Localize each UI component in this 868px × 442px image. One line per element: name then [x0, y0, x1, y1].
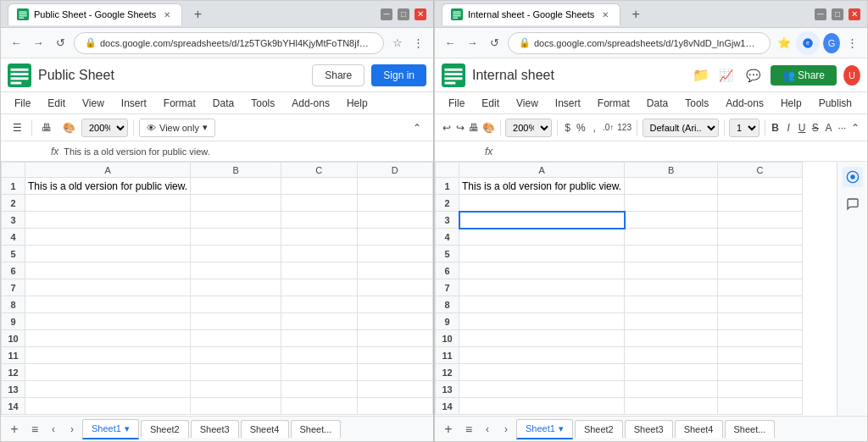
left-menu-addons[interactable]: Add-ons — [285, 96, 337, 111]
right-cell-A2[interactable] — [459, 195, 625, 212]
left-signin-btn[interactable]: Sign in — [371, 64, 426, 86]
right-chart-icon[interactable]: 📈 — [716, 65, 737, 86]
right-new-tab-btn[interactable]: + — [626, 4, 646, 25]
right-cell-B7[interactable] — [625, 279, 718, 296]
left-cell-C4[interactable] — [281, 229, 357, 246]
right-cell-A10[interactable] — [459, 330, 625, 347]
right-cell-C14[interactable] — [718, 398, 803, 415]
left-cell-A3[interactable] — [25, 212, 191, 229]
right-menu-help[interactable]: Help — [774, 96, 809, 111]
right-toolbar-comma[interactable]: , — [589, 119, 599, 137]
left-cell-C11[interactable] — [281, 347, 357, 364]
left-cell-A5[interactable] — [25, 246, 191, 262]
left-cell-A13[interactable] — [25, 381, 191, 398]
right-cell-B10[interactable] — [625, 330, 718, 347]
right-cell-C3[interactable] — [718, 212, 803, 229]
left-forward-btn[interactable]: → — [30, 35, 47, 52]
left-cell-A12[interactable] — [25, 364, 191, 381]
left-cell-C5[interactable] — [281, 246, 357, 262]
right-toolbar-color[interactable]: A — [824, 119, 834, 137]
left-share-btn[interactable]: Share — [312, 64, 364, 86]
right-toolbar-strikethrough[interactable]: S — [810, 119, 821, 137]
right-toolbar-underline[interactable]: U — [797, 119, 807, 137]
left-cell-D4[interactable] — [357, 229, 432, 246]
left-cell-D9[interactable] — [357, 313, 432, 330]
right-zoom-select[interactable]: 200% 100% — [505, 119, 552, 137]
left-cell-C9[interactable] — [281, 313, 357, 330]
left-cell-C10[interactable] — [281, 330, 357, 347]
left-sheet-menu-icon[interactable]: ≡ — [26, 421, 43, 438]
right-cell-B3[interactable] — [625, 212, 718, 229]
left-menu-insert[interactable]: Insert — [114, 96, 153, 111]
right-tab[interactable]: Internal sheet - Google Sheets ✕ — [442, 3, 620, 25]
left-minimize-btn[interactable]: ─ — [381, 8, 392, 20]
left-menu-view[interactable]: View — [75, 96, 111, 111]
left-cell-D2[interactable] — [357, 195, 432, 212]
left-menu-format[interactable]: Format — [157, 96, 203, 111]
left-cell-D7[interactable] — [357, 279, 432, 296]
right-cell-C1[interactable] — [718, 178, 803, 195]
right-menu-tools[interactable]: Tools — [678, 96, 715, 111]
left-cell-B5[interactable] — [191, 246, 281, 262]
right-menu-addons[interactable]: Add-ons — [719, 96, 771, 111]
right-font-select[interactable]: Default (Ari... — [643, 119, 719, 137]
right-tab-nav-left[interactable]: ‹ — [479, 421, 496, 438]
left-cell-C13[interactable] — [281, 381, 357, 398]
left-cell-D10[interactable] — [357, 330, 432, 347]
right-cell-B13[interactable] — [625, 381, 718, 398]
left-cell-C1[interactable] — [281, 178, 357, 195]
left-reload-btn[interactable]: ↺ — [52, 35, 69, 52]
right-cell-C4[interactable] — [718, 229, 803, 246]
left-cell-A9[interactable] — [25, 313, 191, 330]
right-panel-chat[interactable] — [843, 194, 863, 214]
left-cell-D13[interactable] — [357, 381, 432, 398]
right-close-btn[interactable]: ✕ — [849, 8, 860, 20]
left-cell-A10[interactable] — [25, 330, 191, 347]
right-toolbar-undo[interactable]: ↩ — [442, 119, 452, 137]
right-cell-A6[interactable] — [459, 262, 625, 279]
right-sheet-tab-4[interactable]: Sheet4 — [675, 420, 723, 438]
right-share-btn[interactable]: 👥 Share — [771, 65, 837, 86]
right-cell-A12[interactable] — [459, 364, 625, 381]
right-cell-C6[interactable] — [718, 262, 803, 279]
left-view-only-btn[interactable]: 👁 View only ▾ — [139, 119, 215, 137]
left-new-tab-btn[interactable]: + — [187, 4, 208, 25]
right-cell-C11[interactable] — [718, 347, 803, 364]
right-cell-A8[interactable] — [459, 296, 625, 313]
right-sheet-tab-more[interactable]: Sheet... — [725, 420, 776, 438]
left-cell-D11[interactable] — [357, 347, 432, 364]
left-cell-D6[interactable] — [357, 262, 432, 279]
right-reload-btn[interactable]: ↺ — [486, 35, 503, 52]
left-cell-A8[interactable] — [25, 296, 191, 313]
right-menu-insert[interactable]: Insert — [548, 96, 587, 111]
left-cell-B9[interactable] — [191, 313, 281, 330]
right-toolbar-bold[interactable]: B — [771, 119, 781, 137]
left-menu-edit[interactable]: Edit — [41, 96, 72, 111]
left-cell-A14[interactable] — [25, 398, 191, 415]
right-cell-B6[interactable] — [625, 262, 718, 279]
right-menu-publish[interactable]: Publish — [812, 96, 859, 111]
left-cell-B8[interactable] — [191, 296, 281, 313]
right-sheet-menu-icon[interactable]: ≡ — [460, 421, 477, 438]
left-cell-B2[interactable] — [191, 195, 281, 212]
right-sheet-tab-3[interactable]: Sheet3 — [625, 420, 673, 438]
left-tab-nav-left[interactable]: ‹ — [45, 421, 62, 438]
right-cell-C10[interactable] — [718, 330, 803, 347]
left-url-box[interactable]: 🔒 docs.google.com/spreadsheets/d/1z5TGk9… — [74, 32, 384, 54]
left-cell-D12[interactable] — [357, 364, 432, 381]
right-maximize-btn[interactable]: □ — [832, 8, 843, 20]
left-cell-B7[interactable] — [191, 279, 281, 296]
left-sheet-tab-3[interactable]: Sheet3 — [191, 420, 239, 438]
left-cell-B12[interactable] — [191, 364, 281, 381]
right-sheet-tab-2[interactable]: Sheet2 — [575, 420, 623, 438]
left-menu-data[interactable]: Data — [206, 96, 241, 111]
right-cell-A13[interactable] — [459, 381, 625, 398]
right-cell-B2[interactable] — [625, 195, 718, 212]
right-cell-C12[interactable] — [718, 364, 803, 381]
left-cell-B3[interactable] — [191, 212, 281, 229]
left-cell-C14[interactable] — [281, 398, 357, 415]
left-cell-C7[interactable] — [281, 279, 357, 296]
right-user-avatar[interactable]: U — [843, 67, 860, 84]
right-cell-A3[interactable] — [459, 212, 625, 229]
left-cell-B11[interactable] — [191, 347, 281, 364]
